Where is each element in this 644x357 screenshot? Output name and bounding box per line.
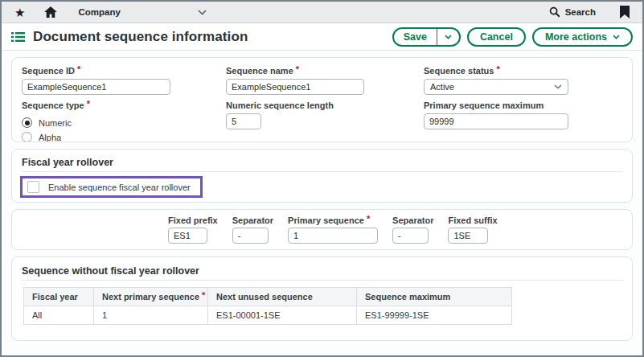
app-window: ★ Company Search	[0, 0, 644, 357]
primary-sequence-maximum-input[interactable]	[424, 113, 568, 129]
primary-sequence-input[interactable]	[288, 228, 378, 244]
content-area: Sequence ID* Sequence type* Numeric Alph…	[2, 51, 642, 354]
topbar: ★ Company Search	[2, 2, 642, 23]
fiscal-year-rollover-panel: Fiscal year rollover Enable sequence fis…	[11, 149, 633, 203]
fixed-prefix-label: Fixed prefix	[168, 215, 218, 225]
cell-sequence-maximum: ES1-99999-1SE	[357, 306, 512, 325]
required-marker: *	[202, 290, 205, 300]
highlight-annotation-box: Enable sequence fiscal year rollover	[20, 176, 203, 198]
required-marker: *	[296, 64, 299, 74]
sequence-type-label: Sequence type*	[22, 101, 226, 110]
cell-fiscal-year[interactable]: All	[24, 306, 94, 325]
primary-sequence-maximum-label: Primary sequence maximum	[424, 101, 622, 110]
fixed-suffix-label: Fixed suffix	[448, 215, 497, 225]
search-label: Search	[565, 7, 596, 17]
chevron-down-icon	[198, 10, 207, 15]
sequence-status-select[interactable]: Active	[424, 79, 568, 95]
numeric-sequence-length-label: Numeric sequence length	[226, 101, 424, 110]
save-split-button: Save	[392, 27, 461, 47]
numeric-sequence-length-input[interactable]	[226, 113, 261, 129]
sequence-format-panel: Fixed prefix Separator Primary sequence*…	[11, 209, 633, 250]
separator-label: Separator	[392, 215, 433, 225]
column-header-fiscal-year: Fiscal year	[24, 288, 94, 306]
search-button[interactable]: Search	[549, 6, 596, 18]
required-marker: *	[87, 99, 90, 109]
home-icon[interactable]	[44, 6, 57, 18]
more-actions-button[interactable]: More actions	[532, 27, 633, 47]
required-marker: *	[496, 64, 499, 74]
page-title: Document sequence information	[33, 29, 248, 45]
company-select[interactable]: Company	[78, 7, 207, 17]
table-section-heading: Sequence without fiscal year rollover	[22, 265, 622, 277]
company-label: Company	[78, 7, 120, 17]
chevron-down-icon	[445, 35, 452, 39]
fixed-suffix-input[interactable]	[448, 228, 488, 244]
cell-next-unused-sequence: ES1-00001-1SE	[208, 306, 357, 325]
sequence-id-label: Sequence ID*	[22, 66, 226, 76]
radio-unselected-icon	[22, 132, 32, 142]
favorite-star-icon[interactable]: ★	[14, 6, 25, 18]
chevron-down-icon	[554, 84, 562, 89]
cell-next-primary-sequence[interactable]: 1	[94, 306, 208, 325]
sequence-table: Fiscal year Next primary sequence* Next …	[23, 287, 512, 325]
list-menu-icon[interactable]	[11, 31, 25, 43]
sequence-name-label: Sequence name*	[226, 66, 424, 76]
cancel-button[interactable]: Cancel	[467, 27, 526, 47]
search-icon	[549, 6, 560, 18]
separator-input[interactable]	[232, 228, 269, 244]
column-header-sequence-maximum: Sequence maximum	[357, 288, 512, 306]
fiscal-rollover-checkbox[interactable]	[27, 181, 39, 193]
table-header-row: Fiscal year Next primary sequence* Next …	[24, 288, 512, 306]
column-header-next-unused-sequence: Next unused sequence	[208, 288, 357, 306]
sequence-type-numeric-radio[interactable]: Numeric	[22, 117, 226, 128]
save-button[interactable]: Save	[394, 29, 437, 45]
section-divider	[22, 280, 622, 281]
fiscal-section-heading: Fiscal year rollover	[22, 157, 622, 168]
column-header-next-primary-sequence: Next primary sequence*	[94, 288, 208, 306]
sequence-type-alpha-radio[interactable]: Alpha	[22, 132, 226, 142]
section-divider	[22, 171, 622, 172]
primary-sequence-label: Primary sequence*	[288, 215, 378, 225]
page-header: Document sequence information Save Cance…	[2, 23, 642, 51]
separator-label: Separator	[232, 215, 273, 225]
bookmark-icon[interactable]	[620, 6, 630, 18]
sequence-name-input[interactable]	[226, 79, 364, 95]
fiscal-rollover-checkbox-label: Enable sequence fiscal year rollover	[48, 183, 191, 192]
fixed-prefix-input[interactable]	[168, 228, 207, 244]
table-row: All 1 ES1-00001-1SE ES1-99999-1SE	[24, 306, 512, 325]
save-dropdown-button[interactable]	[437, 29, 459, 45]
separator-input-2[interactable]	[392, 228, 429, 244]
required-marker: *	[367, 214, 370, 224]
required-marker: *	[77, 64, 80, 74]
main-form-panel: Sequence ID* Sequence type* Numeric Alph…	[11, 57, 633, 142]
chevron-down-icon	[613, 35, 620, 39]
radio-selected-icon	[22, 117, 32, 128]
sequence-table-panel: Sequence without fiscal year rollover Fi…	[11, 256, 633, 341]
sequence-status-label: Sequence status*	[424, 66, 622, 76]
sequence-id-input[interactable]	[22, 79, 170, 95]
